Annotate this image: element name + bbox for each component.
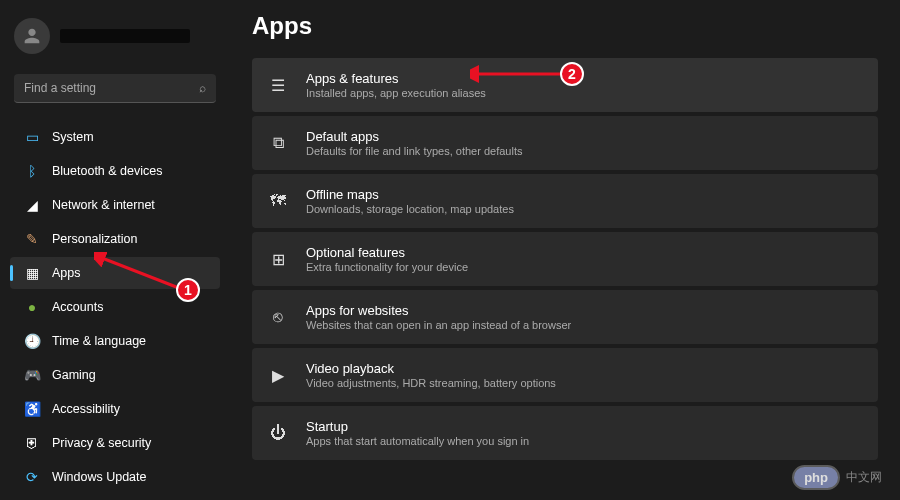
globe-icon: 🕘 [24, 333, 40, 349]
php-logo: php [792, 465, 840, 490]
search-placeholder: Find a setting [24, 81, 199, 95]
sidebar-item-bluetooth[interactable]: ᛒ Bluetooth & devices [10, 155, 220, 187]
card-subtitle: Downloads, storage location, map updates [306, 203, 862, 215]
card-optional-features[interactable]: ⊞ Optional features Extra functionality … [252, 232, 878, 286]
card-video-playback[interactable]: ▶ Video playback Video adjustments, HDR … [252, 348, 878, 402]
sidebar-item-label: Privacy & security [52, 436, 151, 450]
search-input[interactable]: Find a setting ⌕ [14, 74, 216, 103]
accessibility-icon: ♿ [24, 401, 40, 417]
sidebar-item-label: Personalization [52, 232, 137, 246]
default-apps-icon: ⧉ [268, 133, 288, 153]
person-icon [21, 25, 43, 47]
card-title: Default apps [306, 129, 862, 144]
main-content: Apps ☰ Apps & features Installed apps, a… [230, 0, 900, 500]
card-title: Apps & features [306, 71, 862, 86]
card-title: Video playback [306, 361, 862, 376]
watermark: php 中文网 [792, 465, 882, 490]
brush-icon: ✎ [24, 231, 40, 247]
card-subtitle: Defaults for file and link types, other … [306, 145, 862, 157]
sidebar-item-label: Accessibility [52, 402, 120, 416]
user-profile[interactable] [10, 10, 220, 62]
card-title: Apps for websites [306, 303, 862, 318]
card-subtitle: Installed apps, app execution aliases [306, 87, 862, 99]
card-subtitle: Video adjustments, HDR streaming, batter… [306, 377, 862, 389]
sidebar-item-time[interactable]: 🕘 Time & language [10, 325, 220, 357]
user-name-redacted [60, 29, 190, 43]
sidebar-item-accounts[interactable]: ● Accounts [10, 291, 220, 323]
video-icon: ▶ [268, 365, 288, 385]
gamepad-icon: 🎮 [24, 367, 40, 383]
sidebar-item-label: Gaming [52, 368, 96, 382]
card-offline-maps[interactable]: 🗺 Offline maps Downloads, storage locati… [252, 174, 878, 228]
sidebar-item-personalization[interactable]: ✎ Personalization [10, 223, 220, 255]
sidebar-item-label: Windows Update [52, 470, 147, 484]
search-icon: ⌕ [199, 81, 206, 95]
sidebar-item-gaming[interactable]: 🎮 Gaming [10, 359, 220, 391]
sidebar-item-system[interactable]: ▭ System [10, 121, 220, 153]
page-title: Apps [252, 12, 878, 40]
card-title: Startup [306, 419, 862, 434]
sidebar-item-label: Time & language [52, 334, 146, 348]
startup-icon: ⏻ [268, 423, 288, 443]
card-default-apps[interactable]: ⧉ Default apps Defaults for file and lin… [252, 116, 878, 170]
display-icon: ▭ [24, 129, 40, 145]
card-title: Optional features [306, 245, 862, 260]
card-subtitle: Websites that can open in an app instead… [306, 319, 862, 331]
card-subtitle: Extra functionality for your device [306, 261, 862, 273]
avatar [14, 18, 50, 54]
list-icon: ☰ [268, 75, 288, 95]
sidebar-item-privacy[interactable]: ⛨ Privacy & security [10, 427, 220, 459]
open-external-icon: ⎋ [268, 307, 288, 327]
watermark-text: 中文网 [846, 469, 882, 486]
apps-icon: ▦ [24, 265, 40, 281]
sidebar-item-update[interactable]: ⟳ Windows Update [10, 461, 220, 493]
card-apps-websites[interactable]: ⎋ Apps for websites Websites that can op… [252, 290, 878, 344]
grid-plus-icon: ⊞ [268, 249, 288, 269]
card-startup[interactable]: ⏻ Startup Apps that start automatically … [252, 406, 878, 460]
card-title: Offline maps [306, 187, 862, 202]
person-icon: ● [24, 299, 40, 315]
sidebar-item-apps[interactable]: ▦ Apps [10, 257, 220, 289]
sidebar-item-label: Network & internet [52, 198, 155, 212]
wifi-icon: ◢ [24, 197, 40, 213]
sidebar-item-label: Accounts [52, 300, 103, 314]
bluetooth-icon: ᛒ [24, 163, 40, 179]
shield-icon: ⛨ [24, 435, 40, 451]
sidebar-item-label: Apps [52, 266, 81, 280]
nav-list: ▭ System ᛒ Bluetooth & devices ◢ Network… [10, 121, 220, 493]
sidebar-item-label: System [52, 130, 94, 144]
sidebar-item-accessibility[interactable]: ♿ Accessibility [10, 393, 220, 425]
sidebar: Find a setting ⌕ ▭ System ᛒ Bluetooth & … [0, 0, 230, 500]
map-icon: 🗺 [268, 191, 288, 211]
card-apps-features[interactable]: ☰ Apps & features Installed apps, app ex… [252, 58, 878, 112]
sidebar-item-label: Bluetooth & devices [52, 164, 163, 178]
update-icon: ⟳ [24, 469, 40, 485]
card-subtitle: Apps that start automatically when you s… [306, 435, 862, 447]
sidebar-item-network[interactable]: ◢ Network & internet [10, 189, 220, 221]
